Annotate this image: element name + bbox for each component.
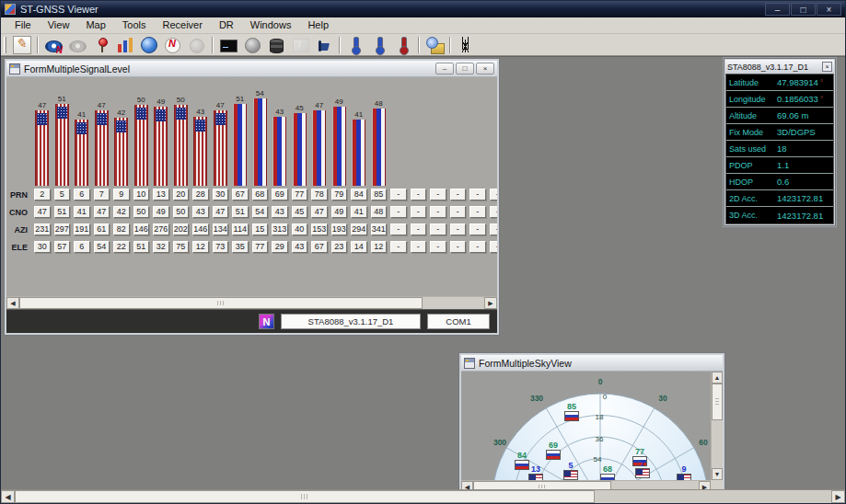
signal-scroll-thumb[interactable] [19, 297, 423, 309]
skyview-vscroll-track[interactable] [712, 420, 723, 468]
empty-chart-column [428, 81, 448, 186]
ele-cell: 32 [153, 241, 169, 253]
signal-level-button[interactable] [114, 35, 136, 55]
antenna-button[interactable] [455, 35, 477, 55]
prn-cell: 7 [94, 189, 110, 200]
scroll-left-icon[interactable]: ◀ [6, 297, 19, 309]
binary-log-icon [188, 36, 206, 54]
scroll-down-icon[interactable]: ▼ [712, 468, 723, 480]
scroll-right-icon[interactable]: ▶ [484, 297, 497, 309]
satellite-prn-label: 68 [603, 464, 612, 474]
toolbar-separator [339, 37, 341, 53]
mdi-scroll-track[interactable] [595, 490, 831, 503]
menu-item-file[interactable]: File [6, 18, 40, 32]
satellite-marker-prn-9: 9 [675, 464, 693, 480]
panel-row-label: Longitude [729, 95, 777, 104]
close-button[interactable]: × [817, 3, 841, 16]
software-update-button[interactable] [423, 35, 446, 55]
prn-cell: 77 [292, 189, 308, 200]
toolbar-separator [212, 37, 214, 53]
svg-text:36: 36 [596, 435, 604, 443]
scroll-right-icon[interactable]: ▶ [699, 481, 711, 489]
panel-close-icon[interactable]: × [822, 62, 832, 72]
prn-cell: 9 [113, 189, 130, 200]
world-map-button[interactable] [138, 35, 160, 55]
skyview-window: FormMultipleSkyView 03303030060018365472… [459, 353, 724, 489]
skyview-window-titlebar[interactable]: FormMultipleSkyView [461, 355, 723, 372]
mdi-scroll-thumb[interactable] [15, 490, 595, 503]
thermo-3-button[interactable] [392, 35, 414, 55]
ele-cell: 12 [192, 241, 209, 253]
skyview-vscroll-thumb[interactable] [712, 384, 723, 420]
signal-close-button[interactable]: × [476, 63, 494, 74]
nmea-log-button[interactable] [162, 35, 184, 55]
bar-value-label: 43 [196, 108, 204, 116]
prn-cell: - [411, 189, 427, 200]
ele-cell: 14 [351, 241, 367, 253]
cno-cell: 43 [192, 206, 209, 218]
signal-table-row: ELE30576542251327512733577294367231412--… [6, 238, 497, 256]
azi-cell: 134 [213, 223, 229, 235]
menu-item-map[interactable]: Map [77, 18, 113, 32]
signal-minimize-button[interactable]: – [435, 63, 454, 74]
database-button[interactable] [265, 35, 287, 55]
maximize-button[interactable]: □ [791, 3, 816, 16]
signal-restore-button[interactable]: □ [456, 63, 474, 74]
bar-value-label: 41 [77, 110, 86, 119]
binary-log-button[interactable] [186, 35, 208, 55]
cno-cell: 41 [74, 206, 90, 218]
chart-button[interactable] [289, 35, 311, 55]
thermo-2-button[interactable] [368, 35, 390, 55]
signal-table-row: CNO475141474250495043475154434547494148-… [6, 203, 497, 221]
panel-row-sats-used: Sats used18 [726, 141, 833, 157]
map-pin-button[interactable] [90, 35, 112, 55]
scroll-left-icon[interactable]: ◀ [1, 490, 15, 503]
prn-cell: 69 [272, 189, 288, 200]
skyview-hscroll-track[interactable] [611, 481, 699, 489]
device-version-box[interactable]: STA8088_v3.1.17_D1 [281, 314, 421, 329]
thermo-2-icon [370, 36, 388, 54]
edit-log-button[interactable] [11, 35, 33, 55]
scroll-left-icon[interactable]: ◀ [461, 481, 473, 489]
panel-row-value: 3D/DGPS [777, 127, 816, 137]
menu-item-help[interactable]: Help [299, 18, 337, 32]
nmea-view-icon [44, 36, 63, 54]
cno-cell: - [490, 206, 498, 218]
form-icon [464, 358, 475, 369]
satellite-prn-label: 7 [640, 459, 644, 468]
console-button[interactable] [217, 35, 239, 55]
com-port-box[interactable]: COM1 [427, 314, 490, 329]
cno-cell: 47 [311, 206, 328, 218]
menu-item-windows[interactable]: Windows [242, 18, 300, 32]
cno-cell: 42 [113, 206, 130, 218]
workspace-button[interactable] [313, 35, 335, 55]
scroll-right-icon[interactable]: ▶ [831, 490, 845, 503]
toolbar-grip[interactable] [4, 37, 6, 53]
menu-item-tools[interactable]: Tools [114, 18, 155, 32]
thermo-1-button[interactable] [344, 35, 366, 55]
signal-scroll-track[interactable] [423, 297, 484, 309]
scroll-up-icon[interactable]: ▲ [712, 372, 723, 384]
svg-text:54: 54 [594, 455, 602, 464]
minimize-button[interactable]: – [765, 3, 790, 16]
app-titlebar: ST-GNSS Viewer – □ × [1, 1, 845, 17]
sky-plot: 03303030060018365472856984775687913 [461, 372, 711, 480]
signal-bar-column: 43 [191, 81, 211, 186]
globe-gray-button[interactable] [241, 35, 263, 55]
satellite-prn-label: 84 [517, 451, 527, 460]
signal-window-titlebar[interactable]: FormMultipleSignalLevel – □ × [6, 61, 497, 77]
nmea-view-button[interactable] [42, 35, 64, 55]
satellite-prn-label: 13 [531, 464, 540, 474]
skyview-hscroll-thumb[interactable] [473, 481, 611, 489]
azi-cell: 231 [34, 223, 51, 235]
azi-cell: 114 [232, 223, 249, 235]
prn-cell: 78 [311, 189, 328, 200]
signal-bar-column: 51 [230, 81, 250, 186]
menu-item-view[interactable]: View [40, 18, 78, 32]
binary-view-button[interactable] [66, 35, 88, 55]
menu-item-dr[interactable]: DR [211, 18, 242, 32]
menu-item-receiver[interactable]: Receiver [154, 18, 210, 32]
binary-view-icon [68, 36, 87, 54]
panel-header[interactable]: STA8088_v3.1.17_D1 × [725, 60, 834, 74]
bar-value-label: 43 [275, 108, 284, 116]
